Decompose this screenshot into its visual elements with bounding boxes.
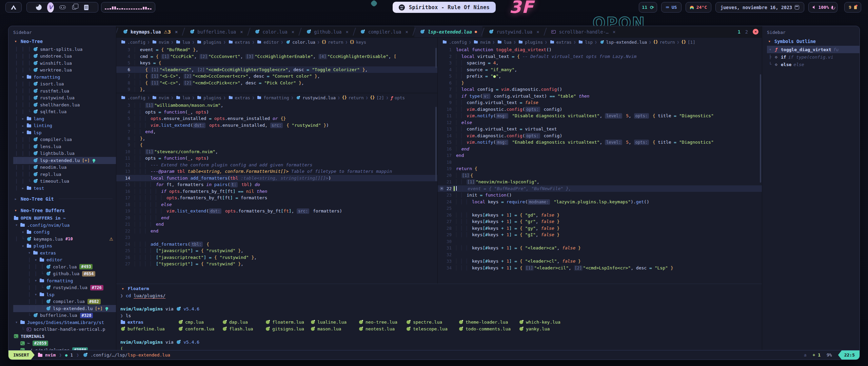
tree-item-lightbulb.lua[interactable]: │││lightbulb.lua (13, 150, 116, 157)
tree-folder-lsp[interactable]: │▾lsp (13, 129, 116, 136)
breadcrumb-plugins[interactable]: plugins (196, 40, 221, 45)
tree-item-bufferline.lua[interactable]: └bufferline.lua#328 (13, 312, 116, 319)
breadcrumb-lua[interactable]: lua (497, 40, 512, 45)
tree-item-repl.lua[interactable]: │││repl.lua (13, 171, 116, 178)
launcher-button[interactable] (5, 2, 22, 13)
chevron-down-icon[interactable]: ▾ (20, 230, 26, 235)
dock-neovim-icon[interactable]: V (47, 4, 54, 11)
tree-folder-lang[interactable]: │▸lang (13, 115, 116, 122)
floaterm-panel[interactable]: ▾ Floaterm ❯ cd lua/plugins/nvim/lua/plu… (116, 284, 762, 350)
editor-pane-color-lua[interactable]: .config❯nvim❯lua❯plugins❯extras❯editor❯c… (116, 38, 437, 93)
tab-bufferline.lua[interactable]: bufferline.lua× (184, 26, 248, 37)
dock-firefox-icon[interactable] (35, 4, 42, 11)
chevron-right-icon[interactable]: ▸ (20, 116, 26, 121)
clock-widget[interactable]: jueves, noviembre 16, 2023 (715, 2, 804, 13)
code-area[interactable]: 3▏ ▏ [1]"williamboman/mason.nvim",4▏ ▏ o… (116, 102, 437, 267)
outline-item-if[interactable]: ├◇if if type(config.vi (767, 53, 860, 61)
ls-item-lualine.lua[interactable]: lualine.lua (310, 320, 358, 325)
ls-item-neotest.lua[interactable]: neotest.lua (358, 326, 406, 331)
tree-item-worktree.lua[interactable]: ││└worktree.lua (13, 67, 116, 74)
dock-windows-icon[interactable] (71, 4, 78, 11)
code-area[interactable]: 1local function toggle_diag_virtext()2▏ … (438, 46, 762, 271)
floaterm-header[interactable]: ▾ Floaterm (120, 285, 758, 292)
breadcrumb-extras[interactable]: extras (549, 40, 572, 45)
close-all-button[interactable]: × (753, 29, 758, 35)
chevron-down-icon[interactable]: ▾ (20, 75, 26, 79)
ls-item-dap.lua[interactable]: dap.lua (222, 320, 265, 325)
tree-folder-editor[interactable]: │▾editor (13, 257, 116, 264)
tree-item-rustfmt.lua[interactable]: │││rustfmt.lua (13, 87, 116, 95)
tab-close-icon[interactable]: × (536, 29, 539, 35)
tab-close-icon[interactable]: × (292, 29, 294, 35)
tree-item-lsp-extended.lu[interactable]: │││lsp-extended.lu[+] (13, 157, 116, 164)
breadcrumb-plugins[interactable]: plugins (518, 40, 543, 45)
ls-item-floaterm.lua[interactable]: floaterm.lua (265, 320, 310, 325)
tree-item-timeout.lua[interactable]: ││└timeout.lua (13, 178, 116, 185)
tree-item-TERMINALS[interactable]: >_TERMINALS (13, 333, 116, 340)
breadcrumb-lua[interactable]: lua (175, 40, 190, 45)
ls-item-cmp.lua[interactable]: cmp.lua (178, 320, 222, 325)
tree-folder-formatting[interactable]: │▾formatting (13, 277, 116, 284)
tree-item-rustywind.lua[interactable]: │││rustywind.lua (13, 95, 116, 102)
breadcrumb-keys[interactable]: {}keys (350, 40, 366, 45)
code-area[interactable]: 3▏ event = { "BufRead" },4▏ cmd = { [1]"… (116, 46, 437, 93)
tree-item-sqlfmt.lua[interactable]: ││└sqlfmt.lua (13, 108, 116, 116)
music-widget[interactable]: Spiritbox - Rule Of Nines (393, 2, 496, 13)
tab-close-icon[interactable]: × (613, 29, 615, 35)
ls-item-telescope.lua[interactable]: telescope.lua (406, 326, 458, 331)
tab-color.lua[interactable]: color.lua× (249, 26, 300, 37)
outline-item-toggle_diag_virtext[interactable]: ▾ƒtoggle_diag_virtext fu (767, 46, 860, 53)
ls-item-which-key.lua[interactable]: which-key.lua (519, 320, 758, 325)
breadcrumb-[1][interactable]: {}[1] (681, 40, 695, 45)
tree-item-isort.lua[interactable]: │││isort.lua (13, 81, 116, 88)
breadcrumb-.config[interactable]: .config (120, 95, 145, 100)
tree-item-keymaps.lua[interactable]: │└keymaps.lua#10⚠ (13, 236, 116, 243)
breadcrumb-editor[interactable]: editor (256, 40, 279, 45)
breadcrumb-[2][interactable]: {}[2] (370, 95, 384, 100)
breadcrumb-lsp-extended.lua[interactable]: lsp-extended.lua (599, 40, 647, 45)
tree-folder-config[interactable]: ▾config (13, 229, 116, 236)
tree-item-github.lua[interactable]: ││└github.lua#654 (13, 270, 116, 278)
chevron-down-icon[interactable]: ▾ (20, 244, 26, 248)
chevron-right-icon[interactable]: ▸ (20, 123, 26, 128)
neo-tree-git-section-header[interactable]: ▸ Neo-Tree Git (13, 195, 116, 203)
ls-item-spectre.lua[interactable]: spectre.lua (406, 320, 458, 325)
tree-item-lsp-extended.lu[interactable]: ││└lsp-extended.lu[+] (13, 305, 116, 312)
ls-item-todo-comments.lua[interactable]: todo-comments.lua (458, 326, 519, 331)
tab-scrollbar-handle-…[interactable]: scrollbar-handle-…× (546, 26, 621, 37)
ls-item-gitsigns.lua[interactable]: gitsigns.lua (265, 326, 310, 331)
tree-item-scrollbar-handle-vertical.p[interactable]: └scrollbar-handle-vertical.p (13, 326, 116, 333)
tree-item-color.lua[interactable]: │││color.lua#493 (13, 263, 116, 270)
tree-item-undotree.lua[interactable]: │││undotree.lua (13, 53, 116, 60)
scrollbar-handle[interactable] (760, 74, 761, 183)
breadcrumb-lua[interactable]: lua (175, 95, 190, 100)
dock-files-icon[interactable] (83, 4, 90, 11)
breadcrumb-plugins[interactable]: plugins (196, 95, 221, 100)
breadcrumb-.config[interactable]: .config (442, 40, 467, 45)
chevron-down-icon[interactable]: ▾ (13, 320, 20, 325)
tab-compiler.lua[interactable]: compiler.lua× (355, 26, 414, 37)
breadcrumb-formatting[interactable]: formatting (256, 95, 289, 100)
tree-item-rustywind.lua[interactable]: ││└rustywind.lua#726 (13, 284, 116, 291)
ls-item-conform.lua[interactable]: conform.lua (178, 326, 222, 331)
tree-item-~[interactable]: >_~#2859 (13, 340, 116, 347)
editor-pane-rustywind-lua[interactable]: .config❯nvim❯lua❯plugins❯extras❯formatti… (116, 93, 437, 284)
volume-widget[interactable]: 100% (808, 2, 837, 13)
tab-close-icon[interactable]: × (240, 29, 243, 35)
chevron-down-icon[interactable]: ▾ (33, 292, 39, 297)
keyboard-layout-widget[interactable]: ⌨ US (661, 2, 682, 13)
breadcrumb-return[interactable]: {}return (321, 40, 343, 45)
breadcrumb-nvim[interactable]: nvim (152, 40, 169, 45)
tree-item-neodim.lua[interactable]: │││neodim.lua (13, 164, 116, 171)
chevron-down-icon[interactable]: ▾ (33, 278, 39, 283)
chevron-down-icon[interactable]: ▾ (767, 47, 773, 52)
chevron-down-icon[interactable]: ▾ (20, 130, 26, 135)
tree-folder-.config/nvim/lua[interactable]: ▾.config/nvim/lua (13, 222, 116, 229)
outline-item-else[interactable]: └◇else else (767, 61, 860, 68)
symbols-outline-header[interactable]: ▾ Symbols Outline (767, 37, 860, 46)
tree-item-winshift.lua[interactable]: │││winshift.lua (13, 60, 116, 67)
tab-keymaps.lua[interactable]: keymaps.lua⚠3× (117, 26, 183, 37)
tab-close-icon[interactable]: × (346, 29, 348, 35)
tab-page-2[interactable]: 2 (745, 29, 748, 35)
tab-lsp-extended.lua[interactable]: lsp-extended.lua● (414, 26, 482, 37)
